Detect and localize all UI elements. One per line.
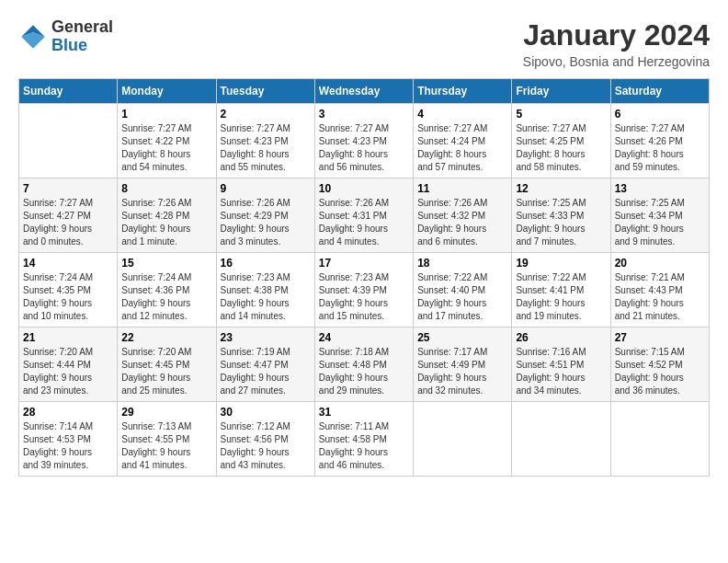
day-info: Sunrise: 7:25 AM Sunset: 4:33 PM Dayligh… xyxy=(516,197,606,248)
day-number: 11 xyxy=(417,182,507,195)
day-info: Sunrise: 7:13 AM Sunset: 4:55 PM Dayligh… xyxy=(121,420,211,472)
calendar-cell: 29Sunrise: 7:13 AM Sunset: 4:55 PM Dayli… xyxy=(118,402,216,477)
day-number: 17 xyxy=(319,257,409,270)
day-info: Sunrise: 7:27 AM Sunset: 4:23 PM Dayligh… xyxy=(319,122,409,174)
day-info: Sunrise: 7:26 AM Sunset: 4:28 PM Dayligh… xyxy=(121,197,211,248)
day-number: 5 xyxy=(516,108,606,121)
calendar-cell: 30Sunrise: 7:12 AM Sunset: 4:56 PM Dayli… xyxy=(216,402,314,477)
day-number: 13 xyxy=(615,182,705,195)
day-info: Sunrise: 7:27 AM Sunset: 4:26 PM Dayligh… xyxy=(615,122,705,174)
day-info: Sunrise: 7:23 AM Sunset: 4:39 PM Dayligh… xyxy=(319,271,409,323)
calendar-cell: 11Sunrise: 7:26 AM Sunset: 4:32 PM Dayli… xyxy=(414,178,512,253)
day-info: Sunrise: 7:24 AM Sunset: 4:36 PM Dayligh… xyxy=(121,271,211,323)
calendar-cell: 10Sunrise: 7:26 AM Sunset: 4:31 PM Dayli… xyxy=(314,178,413,253)
calendar-table: SundayMondayTuesdayWednesdayThursdayFrid… xyxy=(18,78,710,477)
day-number: 16 xyxy=(221,257,311,270)
day-info: Sunrise: 7:12 AM Sunset: 4:56 PM Dayligh… xyxy=(221,420,311,472)
calendar-body: 1Sunrise: 7:27 AM Sunset: 4:22 PM Daylig… xyxy=(19,104,710,477)
day-number: 6 xyxy=(615,108,705,121)
day-info: Sunrise: 7:15 AM Sunset: 4:52 PM Dayligh… xyxy=(615,346,705,397)
calendar-cell: 1Sunrise: 7:27 AM Sunset: 4:22 PM Daylig… xyxy=(118,104,216,178)
calendar-cell: 2Sunrise: 7:27 AM Sunset: 4:23 PM Daylig… xyxy=(216,104,314,178)
page-header: General Blue January 2024 Sipovo, Bosnia… xyxy=(18,18,710,69)
day-number: 26 xyxy=(516,331,606,344)
location-subtitle: Sipovo, Bosnia and Herzegovina xyxy=(523,54,710,69)
calendar-cell: 13Sunrise: 7:25 AM Sunset: 4:34 PM Dayli… xyxy=(610,178,709,253)
day-number: 4 xyxy=(417,108,507,121)
day-number: 27 xyxy=(615,331,705,344)
day-info: Sunrise: 7:19 AM Sunset: 4:47 PM Dayligh… xyxy=(221,346,311,397)
day-number: 10 xyxy=(319,182,409,195)
day-number: 2 xyxy=(221,108,311,121)
day-info: Sunrise: 7:20 AM Sunset: 4:45 PM Dayligh… xyxy=(121,346,211,397)
calendar-week-5: 28Sunrise: 7:14 AM Sunset: 4:53 PM Dayli… xyxy=(19,402,710,477)
calendar-cell: 14Sunrise: 7:24 AM Sunset: 4:35 PM Dayli… xyxy=(19,253,118,327)
calendar-cell: 25Sunrise: 7:17 AM Sunset: 4:49 PM Dayli… xyxy=(414,327,512,402)
calendar-header: SundayMondayTuesdayWednesdayThursdayFrid… xyxy=(19,79,710,104)
calendar-week-3: 14Sunrise: 7:24 AM Sunset: 4:35 PM Dayli… xyxy=(19,253,710,327)
calendar-cell xyxy=(512,402,610,477)
calendar-cell: 15Sunrise: 7:24 AM Sunset: 4:36 PM Dayli… xyxy=(118,253,216,327)
calendar-cell: 26Sunrise: 7:16 AM Sunset: 4:51 PM Dayli… xyxy=(512,327,610,402)
day-info: Sunrise: 7:26 AM Sunset: 4:32 PM Dayligh… xyxy=(417,197,507,248)
calendar-cell: 8Sunrise: 7:26 AM Sunset: 4:28 PM Daylig… xyxy=(118,178,216,253)
day-info: Sunrise: 7:11 AM Sunset: 4:58 PM Dayligh… xyxy=(319,420,409,472)
calendar-week-4: 21Sunrise: 7:20 AM Sunset: 4:44 PM Dayli… xyxy=(19,327,710,402)
header-cell-saturday: Saturday xyxy=(610,79,709,104)
day-number: 20 xyxy=(615,257,705,270)
day-info: Sunrise: 7:14 AM Sunset: 4:53 PM Dayligh… xyxy=(23,420,113,472)
day-info: Sunrise: 7:16 AM Sunset: 4:51 PM Dayligh… xyxy=(516,346,606,397)
day-number: 19 xyxy=(516,257,606,270)
day-number: 23 xyxy=(221,331,311,344)
day-info: Sunrise: 7:22 AM Sunset: 4:41 PM Dayligh… xyxy=(516,271,606,323)
day-number: 30 xyxy=(221,406,311,419)
day-number: 7 xyxy=(23,182,113,195)
day-info: Sunrise: 7:21 AM Sunset: 4:43 PM Dayligh… xyxy=(615,271,705,323)
header-cell-friday: Friday xyxy=(512,79,610,104)
calendar-week-2: 7Sunrise: 7:27 AM Sunset: 4:27 PM Daylig… xyxy=(19,178,710,253)
day-number: 8 xyxy=(121,182,211,195)
calendar-cell: 7Sunrise: 7:27 AM Sunset: 4:27 PM Daylig… xyxy=(19,178,118,253)
header-cell-tuesday: Tuesday xyxy=(216,79,314,104)
day-number: 12 xyxy=(516,182,606,195)
calendar-cell: 27Sunrise: 7:15 AM Sunset: 4:52 PM Dayli… xyxy=(610,327,709,402)
calendar-cell: 12Sunrise: 7:25 AM Sunset: 4:33 PM Dayli… xyxy=(512,178,610,253)
calendar-cell: 6Sunrise: 7:27 AM Sunset: 4:26 PM Daylig… xyxy=(610,104,709,178)
day-number: 29 xyxy=(121,406,211,419)
calendar-cell xyxy=(19,104,118,178)
month-year-title: January 2024 xyxy=(523,18,710,52)
calendar-cell: 18Sunrise: 7:22 AM Sunset: 4:40 PM Dayli… xyxy=(414,253,512,327)
header-row: SundayMondayTuesdayWednesdayThursdayFrid… xyxy=(19,79,710,104)
calendar-cell: 9Sunrise: 7:26 AM Sunset: 4:29 PM Daylig… xyxy=(216,178,314,253)
day-number: 3 xyxy=(319,108,409,121)
logo-blue-text: Blue xyxy=(51,36,87,54)
calendar-cell xyxy=(414,402,512,477)
logo: General Blue xyxy=(18,18,113,55)
day-info: Sunrise: 7:20 AM Sunset: 4:44 PM Dayligh… xyxy=(23,346,113,397)
header-cell-thursday: Thursday xyxy=(414,79,512,104)
header-cell-wednesday: Wednesday xyxy=(314,79,413,104)
day-number: 21 xyxy=(23,331,113,344)
calendar-cell: 4Sunrise: 7:27 AM Sunset: 4:24 PM Daylig… xyxy=(414,104,512,178)
day-info: Sunrise: 7:27 AM Sunset: 4:23 PM Dayligh… xyxy=(221,122,311,174)
day-number: 9 xyxy=(221,182,311,195)
day-info: Sunrise: 7:27 AM Sunset: 4:27 PM Dayligh… xyxy=(23,197,113,248)
day-number: 28 xyxy=(23,406,113,419)
day-number: 24 xyxy=(319,331,409,344)
day-number: 25 xyxy=(417,331,507,344)
calendar-cell: 24Sunrise: 7:18 AM Sunset: 4:48 PM Dayli… xyxy=(314,327,413,402)
day-info: Sunrise: 7:24 AM Sunset: 4:35 PM Dayligh… xyxy=(23,271,113,323)
calendar-week-1: 1Sunrise: 7:27 AM Sunset: 4:22 PM Daylig… xyxy=(19,104,710,178)
calendar-cell xyxy=(610,402,709,477)
day-info: Sunrise: 7:17 AM Sunset: 4:49 PM Dayligh… xyxy=(417,346,507,397)
day-number: 14 xyxy=(23,257,113,270)
calendar-cell: 17Sunrise: 7:23 AM Sunset: 4:39 PM Dayli… xyxy=(314,253,413,327)
day-info: Sunrise: 7:22 AM Sunset: 4:40 PM Dayligh… xyxy=(417,271,507,323)
calendar-cell: 23Sunrise: 7:19 AM Sunset: 4:47 PM Dayli… xyxy=(216,327,314,402)
day-info: Sunrise: 7:23 AM Sunset: 4:38 PM Dayligh… xyxy=(221,271,311,323)
calendar-cell: 21Sunrise: 7:20 AM Sunset: 4:44 PM Dayli… xyxy=(19,327,118,402)
day-info: Sunrise: 7:26 AM Sunset: 4:29 PM Dayligh… xyxy=(221,197,311,248)
day-info: Sunrise: 7:26 AM Sunset: 4:31 PM Dayligh… xyxy=(319,197,409,248)
day-info: Sunrise: 7:27 AM Sunset: 4:24 PM Dayligh… xyxy=(417,122,507,174)
calendar-cell: 22Sunrise: 7:20 AM Sunset: 4:45 PM Dayli… xyxy=(118,327,216,402)
